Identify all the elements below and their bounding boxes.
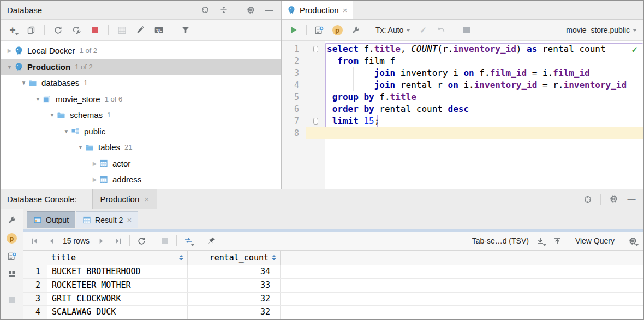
session-button[interactable]: p [7, 233, 17, 244]
stop-button[interactable] [159, 235, 170, 246]
filter-button[interactable] [180, 25, 191, 35]
editor-tab-production[interactable]: Production × [282, 1, 353, 19]
hide-panel-button[interactable]: — [264, 4, 275, 15]
tree-item-local-docker[interactable]: ▶Local Docker1 of 2 [1, 43, 281, 59]
tree-item-actor[interactable]: ▶actor [1, 156, 281, 172]
synchronize-button[interactable] [52, 25, 63, 35]
tree-expanded-icon[interactable]: ▼ [62, 128, 71, 134]
column-header-title[interactable]: title [47, 251, 188, 265]
grid-corner-cell [23, 251, 47, 265]
grid-row[interactable]: 3GRIT CLOCKWORK32 [23, 293, 643, 306]
tree-expanded-icon[interactable]: ▼ [47, 112, 57, 118]
locate-button[interactable] [200, 4, 211, 15]
cell-title[interactable]: BUCKET BROTHERHOOD [47, 265, 188, 278]
tree-item-movie-store[interactable]: ▼movie_store1 of 6 [1, 91, 281, 108]
stop-query-button[interactable] [461, 25, 472, 35]
commit-button[interactable]: ✓ [418, 25, 428, 35]
previous-page-button[interactable] [46, 235, 57, 246]
table-data-button[interactable] [116, 25, 127, 35]
code-line[interactable]: 5 group by f.title [282, 91, 643, 103]
tree-expanded-icon[interactable]: ▼ [5, 64, 14, 70]
code-line[interactable]: 6 order by rental_count desc [282, 103, 643, 115]
view-query-button[interactable]: View Query [575, 236, 615, 245]
line-number: 4 [282, 79, 306, 91]
stop-button[interactable] [7, 294, 17, 305]
schema-switcher[interactable]: movie_store.public [566, 26, 637, 34]
grid-row[interactable]: 1BUCKET BROTHERHOOD34 [23, 265, 643, 279]
tree-item-count: 1 [84, 79, 87, 87]
code-line[interactable]: 8 [282, 127, 643, 139]
duplicate-button[interactable] [26, 25, 37, 35]
first-page-button[interactable] [29, 235, 40, 246]
edit-button[interactable] [135, 25, 146, 35]
tab-result-2[interactable]: Result 2 × [76, 211, 138, 228]
cell-rental-count[interactable]: 33 [188, 279, 281, 292]
last-page-button[interactable] [112, 235, 123, 246]
cell-title[interactable]: SCALAWAG DUCK [47, 306, 188, 319]
settings-button[interactable] [245, 4, 256, 15]
code-line[interactable]: 4 join rental r on i.inventory_id = r.in… [282, 79, 643, 91]
hide-panel-button[interactable]: — [626, 194, 637, 205]
settings-button[interactable] [608, 194, 619, 205]
stop-button[interactable] [90, 25, 100, 35]
tree-expanded-icon[interactable]: ▼ [76, 144, 85, 150]
fold-marker-icon[interactable] [313, 118, 318, 125]
layout-switch-button[interactable] [7, 269, 17, 280]
tree-item-schemas[interactable]: ▼schemas1 [1, 107, 281, 123]
code-line[interactable]: 2 from film f [282, 55, 643, 67]
grid-row[interactable]: 2ROCKETEER MOTHER33 [23, 279, 643, 293]
column-header-rental-count[interactable]: rental_count [188, 251, 281, 265]
tree-item-production[interactable]: ▼Production1 of 2 [1, 59, 281, 75]
export-format-label[interactable]: Tab-se…d (TSV) [472, 236, 529, 245]
cell-rental-count[interactable]: 32 [188, 306, 281, 319]
console-tab-production[interactable]: Production × [92, 189, 157, 209]
grid-row[interactable]: 4SCALAWAG DUCK32 [23, 306, 643, 319]
export-data-button[interactable] [535, 235, 546, 246]
locate-button[interactable] [582, 194, 593, 205]
execution-plan-button[interactable] [7, 251, 17, 262]
tree-expanded-icon[interactable]: ▼ [33, 96, 43, 102]
import-data-button[interactable] [552, 235, 563, 246]
collapse-button[interactable] [218, 4, 229, 15]
grid-settings-button[interactable] [627, 235, 638, 246]
tree-item-databases[interactable]: ▼databases1 [1, 75, 281, 91]
pin-icon [207, 236, 216, 245]
cell-rental-count[interactable]: 32 [188, 293, 281, 306]
close-icon[interactable]: × [144, 194, 149, 204]
sql-editor[interactable]: 1select f.title, COUNT(r.inventory_id) a… [282, 41, 643, 189]
code-line[interactable]: 7 limit 15; [282, 115, 643, 127]
console-settings-button[interactable] [7, 215, 17, 226]
tab-output[interactable]: Output [27, 211, 75, 228]
next-page-button[interactable] [96, 235, 106, 246]
execution-plan-button[interactable] [314, 25, 325, 35]
console-settings-button[interactable] [350, 25, 361, 35]
close-icon[interactable]: × [127, 215, 132, 224]
cell-title[interactable]: ROCKETEER MOTHER [47, 279, 188, 292]
sort-arrows-icon[interactable] [179, 255, 183, 260]
compare-button[interactable] [183, 235, 194, 246]
sort-arrows-icon[interactable] [272, 255, 276, 260]
code-line[interactable]: 1select f.title, COUNT(r.inventory_id) a… [282, 43, 643, 55]
tree-expanded-icon[interactable]: ▼ [19, 80, 28, 86]
gutter-fold-area [306, 103, 325, 115]
fold-marker-icon[interactable] [313, 46, 318, 52]
close-icon[interactable]: × [343, 5, 348, 15]
session-button[interactable]: p [332, 25, 343, 35]
tree-collapsed-icon[interactable]: ▶ [90, 176, 99, 182]
cell-title[interactable]: GRIT CLOCKWORK [47, 293, 188, 306]
tree-item-tables[interactable]: ▼tables21 [1, 139, 281, 156]
tree-item-public[interactable]: ▼public [1, 123, 281, 140]
cell-rental-count[interactable]: 34 [188, 265, 281, 278]
tree-collapsed-icon[interactable]: ▶ [90, 161, 99, 167]
pin-tab-button[interactable] [206, 235, 217, 246]
tx-mode-select[interactable]: Tx: Auto [375, 26, 410, 34]
tree-collapsed-icon[interactable]: ▶ [5, 48, 14, 54]
tree-item-address[interactable]: ▶address [1, 171, 281, 188]
code-line[interactable]: 3 join inventory i on f.film_id = i.film… [282, 67, 643, 79]
datasource-properties-button[interactable] [71, 25, 82, 35]
reload-page-button[interactable] [136, 235, 147, 246]
run-button[interactable] [288, 25, 299, 35]
rollback-button[interactable] [436, 25, 446, 35]
add-datasource-button[interactable]: + [7, 25, 18, 35]
jump-to-console-button[interactable]: 'QL [153, 25, 164, 35]
